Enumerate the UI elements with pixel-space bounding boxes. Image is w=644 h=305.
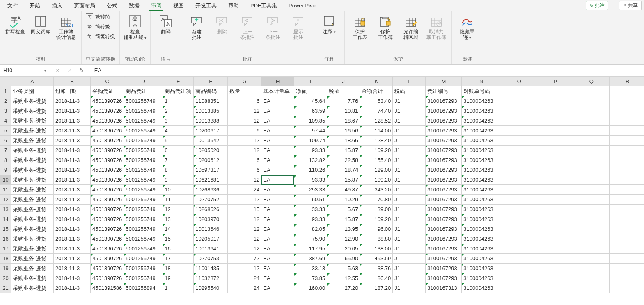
cell[interactable]: 10295540: [194, 283, 228, 293]
cell[interactable]: J1: [393, 283, 426, 293]
row-header[interactable]: 19: [0, 264, 11, 273]
cell[interactable]: 2018-11-3: [54, 126, 91, 136]
cell[interactable]: 5001256749: [124, 155, 163, 165]
cell[interactable]: [610, 273, 644, 283]
cell[interactable]: [501, 185, 537, 195]
cell[interactable]: 12: [228, 244, 261, 254]
cell[interactable]: 10205020: [194, 146, 228, 155]
cell[interactable]: 3100167293: [426, 96, 462, 106]
cell[interactable]: 5: [163, 136, 194, 146]
row-header[interactable]: 21: [0, 283, 11, 293]
cell[interactable]: 11: [163, 195, 194, 205]
cell[interactable]: 96.00: [360, 224, 393, 234]
cell[interactable]: 93.33: [294, 214, 327, 224]
cell[interactable]: [537, 96, 573, 106]
header-cell[interactable]: 商品编码: [194, 86, 228, 96]
accept-icon[interactable]: ✓: [67, 68, 71, 73]
cell[interactable]: 17: [163, 254, 194, 264]
cell[interactable]: [537, 165, 573, 175]
col-header-R[interactable]: R: [610, 77, 644, 86]
cell[interactable]: 2018-11-3: [54, 165, 91, 175]
cell[interactable]: [537, 234, 573, 244]
cell[interactable]: 10.29: [327, 195, 360, 205]
cell[interactable]: 2018-11-3: [54, 175, 91, 185]
cell[interactable]: 11088351: [194, 96, 228, 106]
cell[interactable]: 4501390726: [91, 146, 124, 155]
col-header-P[interactable]: P: [537, 77, 573, 86]
cell[interactable]: EA: [261, 185, 294, 195]
cell[interactable]: [573, 264, 610, 273]
col-header-O[interactable]: O: [501, 77, 537, 86]
cell[interactable]: 10013885: [194, 106, 228, 116]
cell[interactable]: [501, 244, 537, 254]
cell[interactable]: 45.64: [294, 96, 327, 106]
cell[interactable]: 5001256894: [124, 283, 163, 293]
cell[interactable]: 12: [228, 195, 261, 205]
col-header-L[interactable]: L: [393, 77, 426, 86]
cell[interactable]: [610, 165, 644, 175]
cell[interactable]: 10013646: [194, 224, 228, 234]
col-header-N[interactable]: N: [462, 77, 501, 86]
cell[interactable]: 33.13: [294, 264, 327, 273]
comment-button[interactable]: ✎批注: [586, 1, 608, 10]
cell[interactable]: 7: [163, 155, 194, 165]
cell[interactable]: 4501390726: [91, 205, 124, 214]
col-header-H[interactable]: H: [261, 77, 294, 86]
cell[interactable]: 5001256749: [124, 175, 163, 185]
cell[interactable]: 10013641: [194, 244, 228, 254]
cell[interactable]: EA: [261, 224, 294, 234]
cell[interactable]: 5001256749: [124, 254, 163, 264]
cell[interactable]: 109.20: [360, 214, 393, 224]
cell[interactable]: J1: [393, 96, 426, 106]
cell[interactable]: 16: [163, 244, 194, 254]
cell[interactable]: 93.33: [294, 146, 327, 155]
cell[interactable]: [501, 96, 537, 106]
cell[interactable]: 20.05: [327, 244, 360, 254]
cell[interactable]: 114.00: [360, 126, 393, 136]
cell[interactable]: [537, 155, 573, 165]
cell[interactable]: [573, 185, 610, 195]
share-button[interactable]: ⇪共享: [619, 1, 642, 10]
cell[interactable]: EA: [261, 264, 294, 273]
cell[interactable]: 4501390726: [91, 106, 124, 116]
row-header[interactable]: 3: [0, 106, 11, 116]
cell[interactable]: J1: [393, 126, 426, 136]
cell[interactable]: 采购业务-进货: [11, 244, 54, 254]
cell[interactable]: 10013642: [194, 136, 228, 146]
cell[interactable]: 53.40: [360, 96, 393, 106]
row-header[interactable]: 4: [0, 116, 11, 126]
cell[interactable]: 13: [163, 214, 194, 224]
cell[interactable]: 3100167293: [426, 244, 462, 254]
header-cell[interactable]: 商品凭证: [124, 86, 163, 96]
cell[interactable]: [501, 146, 537, 155]
col-header-K[interactable]: K: [360, 77, 393, 86]
menu-视图[interactable]: 视图: [172, 0, 186, 11]
cell[interactable]: 2018-11-3: [54, 96, 91, 106]
cell[interactable]: 24: [228, 273, 261, 283]
cell[interactable]: EA: [261, 165, 294, 175]
cell[interactable]: 128.52: [360, 116, 393, 126]
cell[interactable]: 12: [228, 214, 261, 224]
header-cell[interactable]: 税码: [393, 86, 426, 96]
cell[interactable]: 4501390726: [91, 273, 124, 283]
row-header[interactable]: 15: [0, 224, 11, 234]
cell[interactable]: 10597317: [194, 165, 228, 175]
cell[interactable]: 采购业务-进货: [11, 195, 54, 205]
cell[interactable]: 2018-11-3: [54, 244, 91, 254]
cell[interactable]: 5001256749: [124, 126, 163, 136]
cell[interactable]: 65.90: [327, 254, 360, 264]
cell[interactable]: [610, 254, 644, 264]
row-header[interactable]: 8: [0, 155, 11, 165]
cell[interactable]: 16.56: [327, 126, 360, 136]
cell[interactable]: 6: [228, 155, 261, 165]
cell[interactable]: 3100004263: [462, 254, 501, 264]
cell[interactable]: 129.00: [360, 165, 393, 175]
cell[interactable]: 2018-11-3: [54, 116, 91, 126]
cell[interactable]: J1: [393, 205, 426, 214]
spreadsheet-grid[interactable]: ABCDEFGHIJKLMNOPQR1业务类别过帐日期采购凭证商品凭证商品凭证项…: [0, 76, 644, 293]
cell[interactable]: 6: [228, 96, 261, 106]
cell[interactable]: 15.87: [327, 175, 360, 185]
cell[interactable]: 5001256749: [124, 205, 163, 214]
cell[interactable]: [610, 175, 644, 185]
cell[interactable]: J1: [393, 146, 426, 155]
